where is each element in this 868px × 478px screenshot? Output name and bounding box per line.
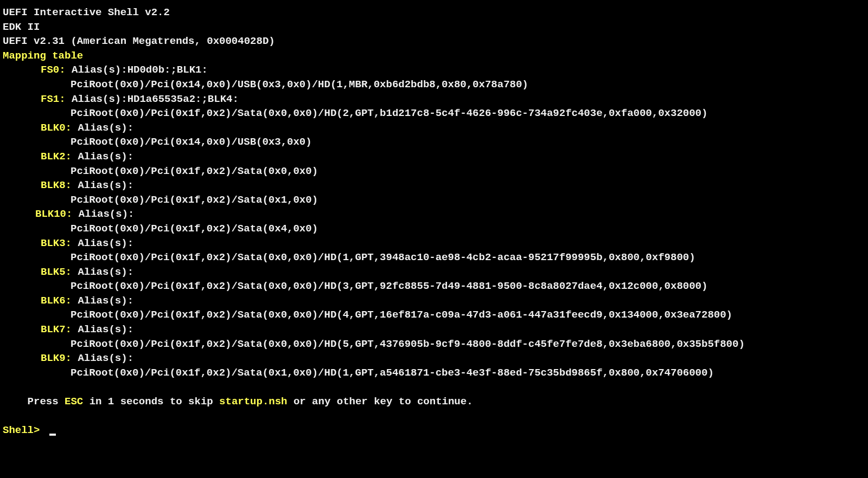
edk-line: EDK II [3, 20, 865, 35]
device-name: BLK7: [41, 324, 72, 335]
mapping-entry: BLK2: Alias(s): [3, 150, 865, 164]
device-name: BLK8: [41, 179, 72, 191]
mapping-entry: BLK3: Alias(s): [3, 236, 865, 251]
mapping-entry: BLK5: Alias(s): [3, 265, 865, 280]
mapping-entry: BLK9: Alias(s): [3, 351, 865, 366]
device-path: PciRoot(0x0)/Pci(0x1f,0x2)/Sata(0x0,0x0) [3, 164, 865, 179]
alias-label: Alias(s): [72, 324, 133, 335]
alias-label: Alias(s): [72, 122, 133, 134]
alias-label: Alias(s): [72, 352, 133, 364]
mapping-list: FS0: Alias(s):HD0d0b:;BLK1:PciRoot(0x0)/… [3, 63, 865, 380]
mapping-entry: FS1: Alias(s):HD1a65535a2:;BLK4: [3, 92, 865, 107]
alias-label: Alias(s): [66, 93, 127, 105]
alias-label: Alias(s): [72, 179, 133, 191]
device-path: PciRoot(0x0)/Pci(0x1f,0x2)/Sata(0x1,0x0)… [3, 366, 865, 380]
cursor-icon [49, 434, 56, 436]
device-name: BLK10: [35, 208, 72, 220]
mapping-entry: BLK6: Alias(s): [3, 294, 865, 308]
mapping-entry: BLK8: Alias(s): [3, 178, 865, 193]
mapping-table-header: Mapping table [3, 49, 865, 63]
device-name: FS1: [41, 93, 66, 105]
device-path: PciRoot(0x0)/Pci(0x1f,0x2)/Sata(0x0,0x0)… [3, 279, 865, 294]
device-path: PciRoot(0x0)/Pci(0x1f,0x2)/Sata(0x0,0x0)… [3, 106, 865, 121]
mapping-entry: BLK10: Alias(s): [3, 207, 865, 222]
alias-label: Alias(s): [72, 266, 133, 278]
terminal-output: UEFI Interactive Shell v2.2 EDK II UEFI … [3, 5, 865, 438]
alias-value: HD0d0b:;BLK1: [127, 64, 208, 76]
device-name: BLK5: [41, 266, 72, 278]
device-path: PciRoot(0x0)/Pci(0x14,0x0)/USB(0x3,0x0)/… [3, 77, 865, 92]
shell-title: UEFI Interactive Shell v2.2 [3, 5, 865, 20]
device-path: PciRoot(0x0)/Pci(0x1f,0x2)/Sata(0x0,0x0)… [3, 337, 865, 352]
alias-label: Alias(s): [66, 64, 127, 76]
device-name: BLK0: [41, 122, 72, 134]
mapping-entry: BLK7: Alias(s): [3, 322, 865, 337]
device-name: FS0: [41, 64, 66, 76]
device-name: BLK3: [41, 237, 72, 249]
device-path: PciRoot(0x0)/Pci(0x14,0x0)/USB(0x3,0x0) [3, 135, 865, 150]
device-name: BLK9: [41, 352, 72, 364]
alias-label: Alias(s): [72, 151, 133, 163]
shell-prompt[interactable]: Shell> [3, 423, 865, 438]
device-path: PciRoot(0x0)/Pci(0x1f,0x2)/Sata(0x1,0x0) [3, 193, 865, 208]
uefi-version: UEFI v2.31 (American Megatrends, 0x00040… [3, 34, 865, 49]
mapping-entry: FS0: Alias(s):HD0d0b:;BLK1: [3, 63, 865, 77]
mapping-entry: BLK0: Alias(s): [3, 121, 865, 135]
device-path: PciRoot(0x0)/Pci(0x1f,0x2)/Sata(0x4,0x0) [3, 222, 865, 236]
alias-label: Alias(s): [72, 295, 133, 307]
alias-label: Alias(s): [72, 208, 134, 220]
device-path: PciRoot(0x0)/Pci(0x1f,0x2)/Sata(0x0,0x0)… [3, 250, 865, 265]
alias-label: Alias(s): [72, 237, 133, 249]
startup-hint: Press ESC in 1 seconds to skip startup.n… [3, 380, 865, 423]
alias-value: HD1a65535a2:;BLK4: [127, 93, 239, 105]
device-name: BLK6: [41, 295, 72, 307]
prompt-label: Shell> [3, 423, 46, 438]
device-name: BLK2: [41, 151, 72, 163]
device-path: PciRoot(0x0)/Pci(0x1f,0x2)/Sata(0x0,0x0)… [3, 308, 865, 322]
